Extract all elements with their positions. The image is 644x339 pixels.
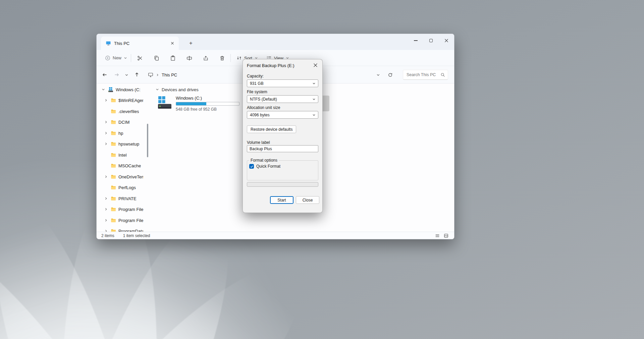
copy-icon	[154, 55, 159, 61]
chevron-down-icon	[376, 73, 380, 77]
tab-close-button[interactable]	[169, 40, 176, 47]
drive-usage-fill	[176, 102, 206, 105]
rename-button[interactable]	[183, 52, 195, 64]
allocation-unit-dropdown[interactable]: 4096 bytes	[247, 111, 318, 119]
dialog-close-action-button[interactable]: Close	[296, 196, 319, 204]
tree-item[interactable]: hp	[98, 128, 148, 138]
large-icons-view-button[interactable]	[443, 233, 449, 239]
drive-usage-bar	[176, 102, 239, 106]
search-input[interactable]	[407, 72, 440, 77]
tree-item-label: ProgramData	[118, 229, 143, 232]
capacity-dropdown[interactable]: 931 GB	[247, 79, 318, 87]
chevron-right-icon[interactable]	[103, 218, 109, 223]
format-options-group: Format options Quick Format	[247, 160, 318, 180]
quick-format-checkbox[interactable]	[249, 164, 254, 169]
list-view-icon	[435, 233, 440, 238]
file-system-value: NTFS (Default)	[250, 97, 277, 102]
quick-format-row[interactable]: Quick Format	[249, 164, 280, 169]
close-icon	[313, 63, 318, 67]
start-button[interactable]: Start	[270, 196, 293, 204]
tree-item-label: Program Files	[118, 207, 143, 212]
address-dropdown-button[interactable]	[374, 70, 382, 80]
dialog-title: Format Backup Plus (E:)	[247, 59, 294, 71]
tree-item[interactable]: PRIVATE	[98, 193, 148, 204]
close-icon	[444, 39, 448, 43]
hard-drive-icon	[157, 95, 172, 110]
tree-item[interactable]: OneDriveTemp	[98, 171, 148, 182]
tree-item[interactable]: PerfLogs	[98, 182, 148, 193]
capacity-label: Capacity:	[247, 74, 264, 78]
chevron-down-icon[interactable]	[101, 87, 106, 92]
forward-button[interactable]	[112, 70, 121, 80]
file-system-label: File system	[247, 90, 267, 94]
chevron-right-icon[interactable]	[103, 196, 109, 201]
allocation-unit-label: Allocation unit size	[247, 105, 280, 110]
cut-button[interactable]	[134, 52, 146, 64]
chevron-down-icon	[125, 73, 128, 77]
tree-item[interactable]: MSOCache	[98, 160, 148, 171]
section-header-label: Devices and drives	[162, 87, 199, 92]
folder-icon	[111, 109, 116, 114]
tree-item[interactable]: ProgramData	[98, 226, 148, 232]
chevron-right-icon[interactable]	[103, 130, 109, 136]
breadcrumb[interactable]: This PC	[145, 70, 180, 80]
up-button[interactable]	[132, 70, 142, 80]
close-button[interactable]	[439, 34, 454, 47]
format-dialog: Format Backup Plus (E:) Capacity: 931 GB…	[243, 59, 323, 213]
tree-item[interactable]: DCIM	[98, 117, 148, 127]
file-system-dropdown[interactable]: NTFS (Default)	[247, 95, 318, 103]
back-button[interactable]	[100, 70, 109, 80]
sort-icon	[236, 55, 242, 61]
chevron-spacer	[103, 152, 109, 158]
chevron-right-icon[interactable]	[103, 141, 109, 147]
tree-item-label: .cleverfiles	[118, 109, 139, 114]
new-button[interactable]: New	[102, 52, 130, 64]
tree-item[interactable]: Program Files	[98, 215, 148, 226]
dialog-close-button[interactable]	[308, 59, 322, 71]
chevron-down-icon	[312, 98, 316, 101]
tree-scrollbar-thumb[interactable]	[147, 124, 148, 157]
recent-locations-button[interactable]	[123, 70, 130, 80]
chevron-right-icon[interactable]	[103, 228, 109, 232]
tree-item[interactable]: hpswsetup	[98, 138, 148, 149]
maximize-button[interactable]	[423, 34, 439, 47]
share-button[interactable]	[200, 52, 212, 64]
folder-icon	[111, 218, 116, 223]
folder-icon	[111, 141, 116, 147]
refresh-button[interactable]	[385, 70, 395, 80]
tree-item[interactable]: Intel	[98, 150, 148, 160]
chevron-right-icon[interactable]	[103, 174, 109, 179]
chevron-right-icon[interactable]	[103, 119, 109, 125]
arrow-right-icon	[114, 72, 119, 77]
quick-format-label: Quick Format	[256, 164, 280, 169]
folder-icon	[111, 207, 116, 212]
drive-tile-windows-c[interactable]: Windows (C:) 548 GB free of 952 GB	[157, 95, 241, 112]
refresh-icon	[388, 72, 393, 77]
new-tab-button[interactable]: +	[186, 39, 195, 48]
details-view-button[interactable]	[434, 233, 441, 239]
tree-item[interactable]: Program Files	[98, 204, 148, 215]
tab-this-pc[interactable]: This PC	[101, 37, 179, 50]
paste-button[interactable]	[167, 52, 179, 64]
tree-item[interactable]: .cleverfiles	[98, 106, 148, 117]
tree-item-windows-c[interactable]: Windows (C:)	[98, 84, 148, 95]
tree-item[interactable]: $WinREAgent	[98, 95, 148, 106]
volume-label-input[interactable]	[247, 145, 318, 152]
folder-icon	[111, 174, 116, 179]
restore-defaults-button[interactable]: Restore device defaults	[247, 125, 296, 133]
delete-button[interactable]	[216, 52, 228, 64]
toolbar-divider	[230, 54, 231, 62]
chevron-right-icon[interactable]	[103, 207, 109, 212]
copy-button[interactable]	[150, 52, 162, 64]
folder-icon	[111, 228, 116, 232]
folder-icon	[111, 119, 116, 125]
section-devices-and-drives[interactable]: Devices and drives	[156, 84, 199, 95]
capacity-value: 931 GB	[250, 81, 264, 86]
chevron-right-icon[interactable]	[103, 98, 109, 103]
breadcrumb-this-pc[interactable]: This PC	[162, 72, 177, 77]
drive-free-space: 548 GB free of 952 GB	[176, 107, 241, 112]
minimize-button[interactable]	[408, 34, 423, 47]
tree-item-label: PRIVATE	[118, 196, 137, 201]
share-icon	[203, 55, 209, 61]
tree-item-label: OneDriveTemp	[118, 174, 143, 179]
